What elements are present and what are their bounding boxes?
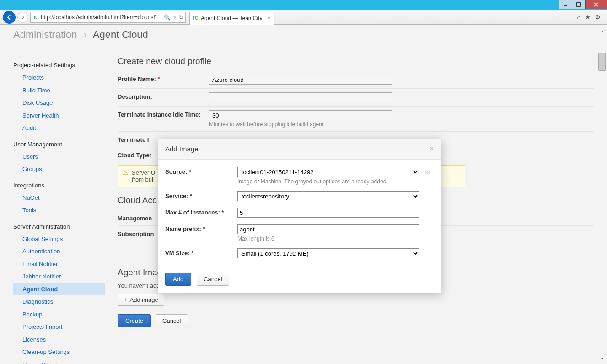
- tab-close-icon[interactable]: ×: [268, 15, 271, 21]
- modal-add-button[interactable]: Add: [165, 273, 191, 286]
- name-prefix-label: Name prefix: *: [165, 224, 237, 232]
- max-instances-label: Max # of instances: *: [165, 208, 237, 216]
- sidebar-item-server-health[interactable]: Server Health: [13, 109, 105, 122]
- sidebar-item-diagnostics[interactable]: Diagnostics: [13, 295, 105, 308]
- idle-time-input[interactable]: [209, 110, 392, 120]
- modal-title: Add Image: [165, 145, 199, 153]
- sidebar-item-nuget[interactable]: NuGet: [13, 192, 105, 204]
- max-instances-input[interactable]: [237, 208, 419, 218]
- plus-icon: +: [124, 296, 127, 303]
- cancel-button[interactable]: Cancel: [156, 314, 188, 327]
- service-label: Service: *: [165, 191, 237, 199]
- sidebar: Project-related Settings Projects Build …: [0, 48, 105, 364]
- favorites-icon[interactable]: ★: [585, 14, 591, 21]
- description-label: Description:: [118, 92, 209, 100]
- breadcrumb-root[interactable]: Administration: [13, 29, 77, 40]
- sidebar-item-cleanup-settings[interactable]: Clean-up Settings: [13, 346, 105, 359]
- idle-time-hint: Minutes to wait before stopping idle bui…: [209, 121, 392, 128]
- sidebar-item-authentication[interactable]: Authentication: [13, 245, 105, 258]
- minimize-button[interactable]: [559, 0, 572, 9]
- sidebar-item-groups[interactable]: Groups: [13, 163, 105, 176]
- sidebar-item-usage-statistics[interactable]: Usage Statistics: [13, 359, 105, 364]
- warning-icon: ⚠: [123, 169, 128, 183]
- tab-favicon-icon: TC: [193, 15, 198, 22]
- sidebar-item-email-notifier[interactable]: Email Notifier: [13, 258, 105, 271]
- close-button[interactable]: [585, 0, 607, 9]
- stop-icon: ▾: [173, 14, 176, 21]
- sidebar-item-global-settings[interactable]: Global Settings: [13, 233, 105, 246]
- idle-time-label: Terminate Instance Idle Time:: [118, 110, 209, 118]
- maximize-button[interactable]: [572, 0, 586, 9]
- breadcrumb-current: Agent Cloud: [93, 29, 148, 40]
- name-prefix-input[interactable]: [237, 224, 419, 234]
- browser-tab[interactable]: TC Agent Cloud — TeamCity ×: [189, 12, 274, 25]
- source-hint: Image or Machine. The greyed out options…: [237, 178, 430, 185]
- description-input[interactable]: [209, 92, 392, 102]
- url-text: http://localhost/admin/admin.html?item=c…: [41, 14, 162, 21]
- tools-icon[interactable]: ⚙: [595, 14, 601, 21]
- forward-button[interactable]: [17, 12, 28, 23]
- refresh-icon[interactable]: ↻: [179, 14, 183, 21]
- sidebar-item-backup[interactable]: Backup: [13, 308, 105, 321]
- sidebar-group-title: User Management: [13, 141, 105, 148]
- svg-text:C: C: [195, 16, 198, 21]
- breadcrumb: Administration › Agent Cloud: [0, 25, 607, 48]
- windows-icon: ⊞: [425, 169, 430, 176]
- scrollbar-thumb[interactable]: [598, 53, 606, 71]
- modal-cancel-button[interactable]: Cancel: [197, 273, 229, 286]
- add-image-button[interactable]: + Add image: [118, 294, 164, 306]
- sidebar-item-tools[interactable]: Tools: [13, 204, 105, 217]
- add-image-modal: Add Image × Source: * tcclient01-2015021…: [158, 139, 441, 293]
- name-prefix-hint: Max length is 6: [237, 236, 419, 242]
- vm-size-label: VM Size: *: [165, 248, 237, 257]
- page-heading: Create new cloud profile: [118, 56, 594, 66]
- tab-title: Agent Cloud — TeamCity: [201, 15, 263, 21]
- create-button[interactable]: Create: [118, 314, 151, 327]
- sidebar-group-title: Server Administration: [13, 223, 105, 230]
- sidebar-item-build-time[interactable]: Build Time: [13, 84, 105, 97]
- source-select[interactable]: tcclient01-20150211-14292: [237, 167, 419, 177]
- chevron-right-icon: ›: [84, 29, 87, 40]
- service-select[interactable]: tcclientsrepository: [237, 191, 419, 201]
- favicon-icon: TC: [32, 14, 39, 21]
- sidebar-item-jabber-notifier[interactable]: Jabber Notifier: [13, 270, 105, 283]
- sidebar-item-licenses[interactable]: Licenses: [13, 333, 105, 346]
- sidebar-item-users[interactable]: Users: [13, 150, 105, 163]
- browser-toolbar: TC http://localhost/admin/admin.html?ite…: [0, 10, 607, 25]
- back-button[interactable]: [3, 11, 16, 24]
- svg-text:C: C: [35, 15, 38, 20]
- svg-rect-1: [577, 3, 580, 6]
- sidebar-item-projects[interactable]: Projects: [13, 71, 105, 84]
- scroll-down-icon[interactable]: ▾: [598, 354, 606, 362]
- sidebar-item-audit[interactable]: Audit: [13, 122, 105, 134]
- window-titlebar: [0, 0, 607, 10]
- profile-name-input[interactable]: [209, 75, 392, 85]
- sidebar-group-title: Project-related Settings: [13, 62, 105, 69]
- scroll-up-icon[interactable]: ▴: [598, 27, 606, 34]
- sidebar-item-agent-cloud[interactable]: Agent Cloud: [13, 283, 105, 296]
- vm-size-select[interactable]: Small (1 cores, 1792 MB): [237, 248, 419, 258]
- source-label: Source: *: [165, 167, 237, 175]
- profile-name-label: Profile Name: *: [118, 75, 209, 82]
- search-icon[interactable]: 🔍: [164, 14, 171, 21]
- sidebar-item-disk-usage[interactable]: Disk Usage: [13, 96, 105, 109]
- sidebar-item-projects-import[interactable]: Projects Import: [13, 321, 105, 333]
- address-bar[interactable]: TC http://localhost/admin/admin.html?ite…: [30, 12, 186, 23]
- sidebar-group-title: Integrations: [13, 182, 105, 189]
- home-icon[interactable]: ⌂: [577, 14, 580, 21]
- modal-close-icon[interactable]: ×: [429, 144, 434, 154]
